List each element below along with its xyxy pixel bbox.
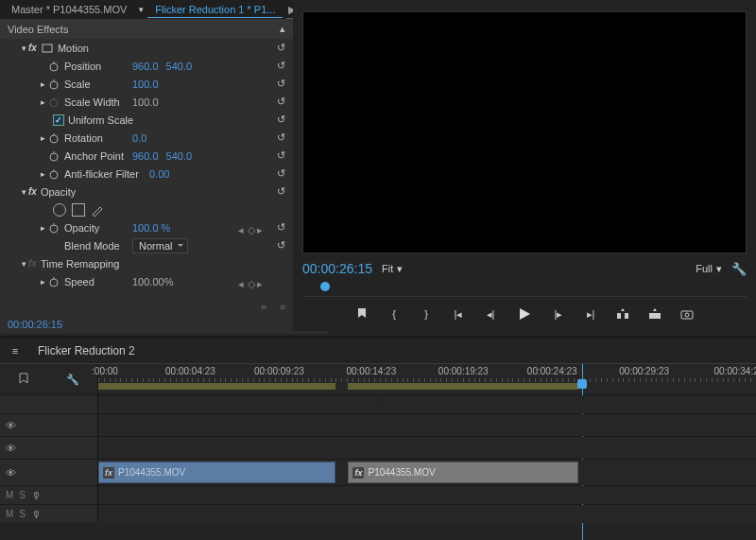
stopwatch-icon[interactable]	[47, 168, 60, 180]
ruler-tc: 00:00:34:2	[713, 366, 756, 376]
track-a2[interactable]: M S 🎙	[0, 504, 756, 523]
reset-opacity-group-icon[interactable]: ↺	[277, 185, 285, 198]
stopwatch-icon[interactable]	[47, 61, 60, 72]
timeline-ruler[interactable]: :00:00 00:00:04:23 00:00:09:23 00:00:14:…	[98, 364, 756, 394]
fx-badge-icon[interactable]: fx	[28, 186, 37, 197]
reset-motion-icon[interactable]: ↺	[277, 42, 285, 54]
scale-value[interactable]: 100.0	[132, 78, 159, 90]
anchor-x[interactable]: 960.0	[132, 150, 159, 162]
rotation-value[interactable]: 0.0	[132, 132, 146, 144]
twirl-scale-width[interactable]: ▸	[38, 97, 47, 107]
track-v2[interactable]: 👁	[0, 413, 756, 436]
video-clip[interactable]: fx P1044355.MOV	[98, 462, 335, 483]
mic-icon[interactable]: 🎙	[31, 490, 42, 501]
mask-pen-icon[interactable]	[91, 203, 104, 217]
step-forward-button[interactable]: |▸	[551, 306, 566, 322]
snap-icon[interactable]	[18, 373, 29, 386]
reset-blend-icon[interactable]: ↺	[277, 239, 285, 252]
lift-button[interactable]	[615, 306, 630, 322]
tab-flicker-reduction[interactable]: Flicker Reduction 1 * P1...	[147, 2, 283, 18]
reset-rotation-icon[interactable]: ↺	[277, 131, 285, 144]
twirl-time-remapping[interactable]: ▾	[19, 259, 28, 269]
zoom-select[interactable]: Fit▾	[382, 263, 403, 275]
stopwatch-icon[interactable]	[47, 78, 60, 90]
uniform-scale-checkbox[interactable]: ✓	[53, 114, 64, 126]
sequence-title[interactable]: Flicker Reduction 2	[30, 344, 135, 357]
eye-icon[interactable]: 👁	[6, 467, 16, 479]
video-preview[interactable]	[302, 11, 747, 253]
stopwatch-icon[interactable]	[47, 222, 60, 234]
effects-playhead-tc[interactable]: 00:00:26:15	[8, 319, 62, 330]
svg-point-9	[50, 153, 58, 161]
reset-scale-icon[interactable]: ↺	[277, 78, 285, 90]
quality-select[interactable]: Full▾	[696, 263, 722, 275]
video-clip[interactable]: fx P1044355.MOV	[348, 462, 578, 483]
fx-badge-icon: fx	[352, 467, 364, 479]
motion-rect-icon[interactable]	[41, 44, 54, 53]
export-frame-button[interactable]	[679, 306, 695, 322]
reset-opacity-icon[interactable]: ↺	[277, 221, 285, 234]
twirl-scale[interactable]: ▸	[38, 79, 47, 89]
reset-antiflicker-icon[interactable]: ↺	[277, 167, 285, 180]
wrench-icon[interactable]: 🔧	[731, 262, 747, 276]
reset-anchor-icon[interactable]: ↺	[277, 149, 285, 162]
solo-button[interactable]: S	[19, 509, 26, 519]
twirl-opacity[interactable]: ▾	[19, 187, 28, 197]
anchor-y[interactable]: 540.0	[166, 150, 193, 162]
svg-point-5	[50, 99, 58, 107]
wrench-icon[interactable]: 🔧	[66, 374, 79, 386]
go-to-out-button[interactable]: ▸|	[583, 306, 598, 322]
mask-ellipse-icon[interactable]	[53, 203, 66, 217]
extract-button[interactable]	[647, 306, 662, 322]
twirl-motion[interactable]: ▾	[19, 44, 28, 53]
mask-rect-icon[interactable]	[72, 203, 85, 217]
twirl-rotation[interactable]: ▸	[38, 133, 47, 143]
panel-menu-icon[interactable]: ▴	[280, 23, 285, 35]
tab-dropdown[interactable]: ▾	[136, 5, 146, 14]
marker-icon[interactable]: ○	[261, 302, 266, 312]
track-v1-clip[interactable]: 👁 fx P1044355.MOV fx P1044355.MOV	[0, 459, 756, 485]
step-back-button[interactable]: ◂|	[483, 306, 498, 322]
svg-point-15	[50, 279, 58, 287]
twirl-opacity-prop[interactable]: ▸	[38, 223, 47, 233]
program-timecode[interactable]: 00:00:26:15	[302, 261, 372, 276]
speed-value[interactable]: 100.00%	[132, 276, 173, 287]
blend-mode-select[interactable]: Normal	[132, 238, 188, 253]
play-button[interactable]	[515, 305, 534, 323]
ruler-tc: 00:00:19:23	[438, 366, 489, 376]
twirl-antiflicker[interactable]: ▸	[38, 169, 47, 179]
go-to-in-button[interactable]: |◂	[451, 306, 466, 322]
track-a1[interactable]: M S 🎙	[0, 485, 756, 504]
preview-ruler[interactable]	[302, 280, 747, 297]
solo-button[interactable]: S	[19, 490, 26, 500]
tab-master[interactable]: Master * P1044355.MOV	[4, 2, 134, 17]
antiflicker-value[interactable]: 0.00	[149, 168, 169, 180]
opacity-value[interactable]: 100.0 %	[132, 222, 170, 234]
position-y[interactable]: 540.0	[166, 61, 193, 72]
reset-uniform-icon[interactable]: ↺	[277, 113, 285, 126]
svg-point-11	[50, 171, 58, 179]
timeline-menu-icon[interactable]: ≡	[0, 345, 30, 357]
mark-in-button[interactable]: {	[387, 306, 402, 322]
eye-icon[interactable]: 👁	[6, 443, 16, 454]
reset-position-icon[interactable]: ↺	[277, 60, 285, 72]
fx-badge-icon[interactable]: fx	[28, 43, 37, 53]
mute-button[interactable]: M	[6, 490, 13, 500]
mark-out-button[interactable]: }	[419, 306, 434, 322]
track-v1[interactable]: 👁	[0, 436, 756, 459]
position-x[interactable]: 960.0	[132, 61, 159, 72]
twirl-speed[interactable]: ▸	[38, 277, 47, 287]
eye-icon[interactable]: 👁	[6, 420, 16, 431]
reset-scale-width-icon[interactable]: ↺	[277, 96, 285, 108]
stopwatch-icon[interactable]	[47, 276, 60, 287]
stopwatch-icon[interactable]	[47, 150, 60, 162]
marker-button[interactable]	[354, 306, 369, 322]
mute-button[interactable]: M	[6, 509, 13, 519]
svg-point-13	[50, 225, 58, 233]
marker-icon[interactable]: ○	[280, 302, 285, 312]
mic-icon[interactable]: 🎙	[31, 509, 42, 520]
stopwatch-icon[interactable]	[47, 132, 60, 144]
keyframe-nav[interactable]: ◂◇▸	[238, 224, 265, 232]
fx-badge-icon[interactable]: fx	[28, 258, 37, 269]
keyframe-nav-speed[interactable]: ◂◇▸	[238, 278, 265, 286]
